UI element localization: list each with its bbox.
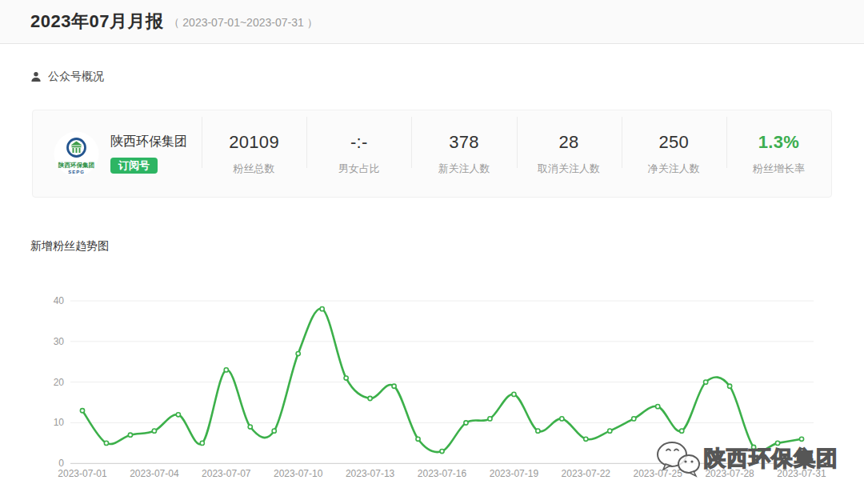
stat-label: 粉丝增长率 — [726, 162, 831, 176]
svg-text:10: 10 — [54, 417, 65, 428]
stat-label: 净关注人数 — [622, 162, 726, 176]
stat-value: 1.3% — [726, 132, 831, 153]
svg-text:2023-07-10: 2023-07-10 — [274, 468, 323, 479]
person-icon — [30, 71, 42, 82]
overview-section-title: 公众号概况 — [48, 70, 104, 84]
svg-text:2023-07-07: 2023-07-07 — [202, 468, 251, 479]
svg-text:2023-07-01: 2023-07-01 — [58, 468, 107, 479]
stat-total-fans: 20109 粉丝总数 — [202, 132, 306, 176]
svg-text:陕西环保集团: 陕西环保集团 — [58, 161, 95, 168]
svg-text:2023-07-31: 2023-07-31 — [777, 468, 826, 479]
stat-label: 男女占比 — [306, 162, 411, 176]
stat-label: 取消关注人数 — [517, 162, 622, 176]
svg-text:40: 40 — [54, 295, 65, 306]
page-title: 2023年07月月报 — [30, 10, 163, 34]
svg-text:2023-07-13: 2023-07-13 — [346, 468, 395, 479]
account-type-badge: 订阅号 — [110, 158, 158, 174]
svg-text:2023-07-19: 2023-07-19 — [490, 468, 539, 479]
account-brand: 陕西环保集团 SEPG 陕西环保集团 订阅号 — [33, 131, 202, 177]
overview-section-header: 公众号概况 — [30, 70, 104, 84]
report-header: 2023年07月月报 （ 2023-07-01~2023-07-31 ） — [0, 0, 864, 44]
account-overview-card: 陕西环保集团 SEPG 陕西环保集团 订阅号 20109 粉丝总数 -:- 男女… — [32, 110, 832, 198]
new-fans-trend-chart: 0102030402023-07-012023-07-042023-07-072… — [0, 272, 864, 492]
svg-text:20: 20 — [54, 377, 65, 388]
svg-text:2023-07-04: 2023-07-04 — [130, 468, 179, 479]
stat-new-followers: 378 新关注人数 — [411, 132, 516, 176]
account-name: 陕西环保集团 — [110, 134, 187, 150]
stat-value: 378 — [411, 132, 516, 153]
account-logo: 陕西环保集团 SEPG — [54, 131, 99, 177]
stat-gender-ratio: -:- 男女占比 — [306, 132, 411, 176]
stat-net-followers: 250 净关注人数 — [622, 132, 726, 176]
svg-text:2023-07-28: 2023-07-28 — [705, 468, 754, 479]
stat-growth-rate: 1.3% 粉丝增长率 — [726, 132, 831, 176]
stat-value: 28 — [517, 132, 622, 153]
trend-line-chart-svg: 0102030402023-07-012023-07-042023-07-072… — [0, 272, 864, 492]
report-date-range: （ 2023-07-01~2023-07-31 ） — [168, 14, 318, 30]
trend-chart-title: 新增粉丝趋势图 — [30, 239, 109, 254]
svg-text:2023-07-25: 2023-07-25 — [634, 468, 683, 479]
svg-text:SEPG: SEPG — [68, 169, 85, 174]
stat-value: -:- — [306, 132, 411, 153]
stat-value: 20109 — [202, 132, 306, 153]
stat-unfollowers: 28 取消关注人数 — [517, 132, 622, 176]
stat-label: 粉丝总数 — [202, 162, 306, 176]
svg-text:30: 30 — [54, 336, 65, 347]
stat-value: 250 — [622, 132, 726, 153]
svg-text:2023-07-16: 2023-07-16 — [418, 468, 467, 479]
stat-label: 新关注人数 — [411, 162, 516, 176]
svg-text:2023-07-22: 2023-07-22 — [562, 468, 611, 479]
